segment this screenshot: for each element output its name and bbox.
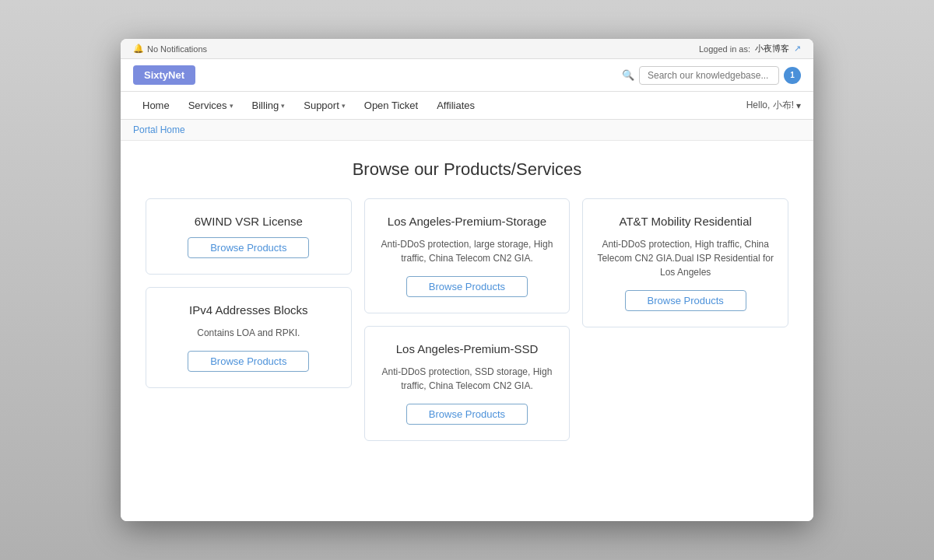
card-la-storage-description: Anti-DDoS protection, large storage, Hig… bbox=[377, 237, 557, 265]
card-ipv4-title: IPv4 Addresses Blocks bbox=[189, 303, 308, 317]
card-att: AT&T Mobility Residential Anti-DDoS prot… bbox=[582, 198, 788, 327]
top-bar: 🔔 No Notifications Logged in as: 小夜博客 ↗ bbox=[121, 39, 813, 59]
left-column: 6WIND VSR License Browse Products IPv4 A… bbox=[146, 198, 352, 441]
card-la-ssd: Los Angeles-Premium-SSD Anti-DDoS protec… bbox=[364, 326, 571, 441]
card-la-storage: Los Angeles-Premium-Storage Anti-DDoS pr… bbox=[364, 198, 571, 313]
card-6wind: 6WIND VSR License Browse Products bbox=[146, 198, 352, 275]
card-ipv4: IPv4 Addresses Blocks Contains LOA and R… bbox=[146, 287, 352, 388]
card-att-description: Anti-DDoS protection, High traffic, Chin… bbox=[595, 237, 775, 279]
support-dropdown-arrow: ▾ bbox=[342, 102, 346, 110]
card-la-ssd-description: Anti-DDoS protection, SSD storage, High … bbox=[377, 365, 557, 393]
browse-products-button-la-ssd[interactable]: Browse Products bbox=[406, 404, 528, 425]
browse-products-button-6wind[interactable]: Browse Products bbox=[188, 237, 309, 258]
header: SixtyNet 🔍 1 bbox=[121, 59, 813, 92]
nav-item-home[interactable]: Home bbox=[133, 93, 179, 117]
card-la-storage-title: Los Angeles-Premium-Storage bbox=[388, 215, 546, 228]
products-grid: 6WIND VSR License Browse Products IPv4 A… bbox=[146, 198, 788, 441]
browser-window: 🔔 No Notifications Logged in as: 小夜博客 ↗ … bbox=[121, 39, 813, 521]
services-dropdown-arrow: ▾ bbox=[230, 102, 234, 110]
search-area: 🔍 1 bbox=[622, 66, 801, 85]
billing-dropdown-arrow: ▾ bbox=[281, 102, 285, 110]
right-column: AT&T Mobility Residential Anti-DDoS prot… bbox=[582, 198, 788, 441]
breadcrumb-portal-home[interactable]: Portal Home bbox=[133, 124, 185, 135]
nav-item-support[interactable]: Support ▾ bbox=[294, 93, 355, 117]
notifications-area: 🔔 No Notifications bbox=[133, 44, 207, 54]
notification-badge[interactable]: 1 bbox=[784, 67, 801, 84]
nav-item-billing[interactable]: Billing ▾ bbox=[243, 93, 295, 117]
card-att-title: AT&T Mobility Residential bbox=[619, 215, 751, 228]
bell-icon: 🔔 bbox=[133, 44, 144, 54]
nav-item-open-ticket[interactable]: Open Ticket bbox=[355, 93, 427, 117]
logged-in-label: Logged in as: bbox=[699, 44, 750, 54]
no-notifications-label: No Notifications bbox=[147, 44, 207, 54]
middle-column: Los Angeles-Premium-Storage Anti-DDoS pr… bbox=[364, 198, 571, 441]
logo-button[interactable]: SixtyNet bbox=[133, 65, 195, 85]
nav-bar: Home Services ▾ Billing ▾ Support ▾ Open… bbox=[121, 92, 813, 120]
screen-background: 🔔 No Notifications Logged in as: 小夜博客 ↗ … bbox=[0, 0, 934, 560]
browse-products-button-ipv4[interactable]: Browse Products bbox=[188, 351, 309, 372]
browse-products-button-att[interactable]: Browse Products bbox=[625, 290, 746, 311]
browse-products-button-la-storage[interactable]: Browse Products bbox=[406, 276, 528, 297]
user-greeting-area[interactable]: Hello, 小布! ▾ bbox=[746, 99, 801, 112]
nav-item-services[interactable]: Services ▾ bbox=[179, 93, 243, 117]
card-6wind-title: 6WIND VSR License bbox=[195, 215, 303, 228]
username-label: 小夜博客 bbox=[755, 43, 789, 54]
user-dropdown-arrow: ▾ bbox=[796, 100, 801, 111]
breadcrumb-bar: Portal Home bbox=[121, 120, 813, 141]
nav-items: Home Services ▾ Billing ▾ Support ▾ Open… bbox=[133, 93, 484, 117]
user-greeting-label: Hello, 小布! bbox=[746, 99, 794, 112]
search-icon: 🔍 bbox=[622, 69, 634, 81]
login-area: Logged in as: 小夜博客 ↗ bbox=[699, 43, 801, 54]
main-content: Browse our Products/Services 6WIND VSR L… bbox=[121, 141, 813, 521]
card-la-ssd-title: Los Angeles-Premium-SSD bbox=[396, 342, 539, 355]
page-title: Browse our Products/Services bbox=[146, 159, 788, 180]
card-ipv4-description: Contains LOA and RPKI. bbox=[197, 326, 300, 340]
external-link-icon[interactable]: ↗ bbox=[794, 44, 801, 54]
search-input[interactable] bbox=[639, 66, 779, 85]
nav-item-affiliates[interactable]: Affiliates bbox=[427, 93, 484, 117]
